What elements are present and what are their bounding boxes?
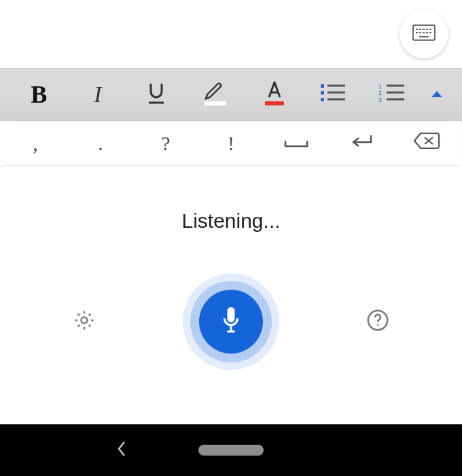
caret-up-icon: [431, 88, 443, 101]
newline-button[interactable]: [329, 121, 394, 165]
exclaim-label: !: [228, 132, 234, 155]
gear-icon: [73, 309, 96, 335]
document-area: [0, 0, 462, 68]
exclaim-button[interactable]: !: [198, 121, 264, 165]
bold-icon: B: [31, 80, 47, 109]
period-label: .: [98, 132, 103, 155]
bullet-list-icon: [319, 82, 346, 107]
period-button[interactable]: .: [68, 121, 133, 165]
space-icon: [283, 132, 310, 155]
underline-button[interactable]: [127, 69, 186, 120]
android-nav-bar: [0, 424, 462, 476]
nav-home-pill[interactable]: [198, 445, 264, 456]
svg-rect-30: [227, 307, 234, 322]
format-toolbar: B I: [0, 68, 462, 121]
italic-button[interactable]: I: [69, 69, 128, 120]
help-icon: [366, 309, 389, 335]
backspace-button[interactable]: [394, 121, 459, 165]
nav-back-button[interactable]: [116, 439, 128, 461]
svg-text:3: 3: [378, 97, 382, 103]
dictation-panel: Listening...: [0, 166, 462, 403]
svg-rect-15: [321, 84, 324, 88]
svg-text:1: 1: [378, 83, 382, 90]
svg-point-34: [377, 324, 379, 326]
microphone-icon: [219, 305, 243, 338]
numbered-list-icon: 1 2 3: [378, 82, 406, 107]
text-color-button[interactable]: [245, 69, 304, 120]
keyboard-icon: [412, 24, 436, 44]
svg-rect-13: [205, 101, 226, 105]
comma-button[interactable]: ,: [3, 121, 68, 165]
svg-rect-17: [321, 98, 324, 101]
punctuation-toolbar: , . ? !: [3, 121, 459, 166]
question-mark-button[interactable]: ?: [133, 121, 198, 165]
svg-point-29: [81, 317, 87, 323]
backspace-icon: [412, 131, 441, 155]
underline-icon: [146, 81, 166, 108]
numbered-list-button[interactable]: 1 2 3: [362, 69, 421, 120]
space-button[interactable]: [264, 121, 329, 165]
bold-button[interactable]: B: [10, 69, 69, 120]
dictation-status: Listening...: [0, 209, 462, 233]
svg-rect-14: [265, 101, 284, 105]
svg-rect-16: [321, 91, 324, 95]
bullet-list-button[interactable]: [304, 69, 363, 120]
highlighter-icon: [200, 80, 230, 109]
microphone-button[interactable]: [183, 273, 279, 370]
dictation-settings-button[interactable]: [69, 307, 99, 337]
italic-icon: I: [94, 82, 101, 107]
comma-label: ,: [33, 132, 38, 155]
svg-text:2: 2: [378, 90, 382, 97]
return-icon: [348, 132, 375, 155]
highlight-button[interactable]: [186, 69, 245, 120]
question-label: ?: [161, 132, 170, 155]
dictation-help-button[interactable]: [363, 307, 393, 337]
text-color-icon: [260, 80, 289, 109]
toolbar-expand-button[interactable]: [421, 88, 452, 101]
switch-to-keyboard-button[interactable]: [399, 10, 448, 58]
chevron-left-icon: [116, 449, 128, 460]
